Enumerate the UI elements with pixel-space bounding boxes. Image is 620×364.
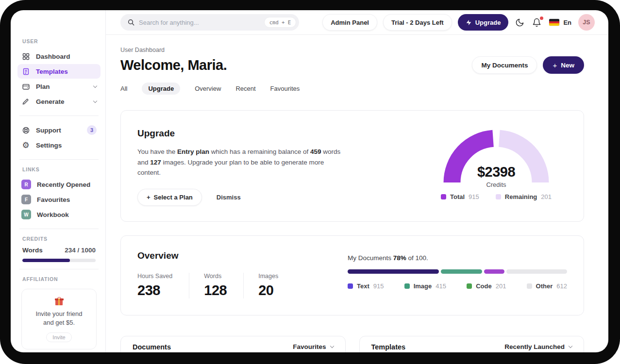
plus-icon: + bbox=[147, 194, 151, 201]
select-plan-label: Select a Plan bbox=[154, 194, 193, 201]
upgrade-card: Upgrade You have the Entry plan which ha… bbox=[120, 110, 584, 222]
bar-legend: Text 915 Image 415 Code 201 bbox=[348, 282, 567, 290]
settings-gear-icon: ⚙ bbox=[21, 141, 30, 149]
legend-swatch bbox=[441, 194, 446, 199]
dashboard-grid-icon bbox=[21, 52, 30, 61]
affiliation-text: Invite your friend and get $5. bbox=[27, 310, 91, 327]
templates-doc-icon bbox=[21, 67, 30, 76]
search-shortcut-badge: cmd + E bbox=[264, 17, 296, 28]
legend-item-remaining: Remaining 201 bbox=[496, 193, 552, 200]
new-button[interactable]: + New bbox=[543, 56, 584, 74]
gauge-legend: Total 915 Remaining 201 bbox=[441, 193, 552, 200]
dark-mode-toggle[interactable] bbox=[514, 17, 525, 28]
moon-icon bbox=[515, 18, 524, 27]
bar-segment-other bbox=[506, 269, 567, 274]
sidebar-item-label: Favourites bbox=[37, 196, 70, 203]
upgrade-button[interactable]: Upgrade bbox=[458, 14, 509, 31]
tab-overview[interactable]: Overview bbox=[195, 83, 221, 95]
bar-segment-text bbox=[348, 269, 439, 274]
tab-recent[interactable]: Recent bbox=[235, 83, 255, 95]
sidebar-item-templates[interactable]: Templates bbox=[17, 64, 101, 79]
legend-item-total: Total 915 bbox=[441, 193, 479, 200]
user-avatar[interactable]: JS bbox=[578, 14, 595, 31]
legend-item-code: Code 201 bbox=[467, 282, 506, 290]
documents-card-title: Documents bbox=[133, 343, 171, 351]
app-window: USER Dashboard Templates bbox=[11, 10, 608, 352]
credits-progress-bar bbox=[22, 259, 96, 262]
tab-all[interactable]: All bbox=[120, 83, 127, 95]
topbar: cmd + E Admin Panel Trial - 2 Days Left … bbox=[106, 10, 608, 35]
chevron-down-icon bbox=[569, 344, 572, 348]
sidebar-item-generate[interactable]: Generate bbox=[17, 94, 101, 109]
legend-swatch bbox=[348, 283, 353, 289]
upgrade-card-title: Upgrade bbox=[137, 128, 343, 139]
tab-upgrade[interactable]: Upgrade bbox=[142, 83, 180, 95]
sidebar-link-workbook[interactable]: W Workbook bbox=[17, 207, 101, 222]
sidebar-divider bbox=[19, 159, 99, 160]
sidebar-item-label: Workbook bbox=[37, 211, 69, 218]
credits-words-value: 234 / 1000 bbox=[65, 247, 96, 254]
sidebar-item-plan[interactable]: Plan bbox=[17, 79, 101, 94]
sidebar-item-support[interactable]: Support 3 bbox=[17, 123, 101, 137]
stat-hours-saved: Hours Saved 238 bbox=[137, 273, 189, 298]
device-frame: USER Dashboard Templates bbox=[0, 0, 620, 364]
overview-card-title: Overview bbox=[137, 250, 295, 261]
legend-swatch bbox=[467, 283, 472, 289]
sidebar-item-label: Dashboard bbox=[36, 53, 70, 60]
chevron-down-icon bbox=[330, 344, 334, 348]
upgrade-button-label: Upgrade bbox=[475, 19, 501, 26]
sidebar-item-settings[interactable]: ⚙ Settings bbox=[17, 138, 101, 152]
sidebar-item-dashboard[interactable]: Dashboard bbox=[17, 49, 101, 64]
admin-panel-button[interactable]: Admin Panel bbox=[322, 14, 377, 31]
sidebar-item-label: Generate bbox=[36, 98, 65, 105]
trial-status-button[interactable]: Trial - 2 Days Left bbox=[383, 14, 452, 31]
templates-card: Templates Recently Launched Blog Post Ti… bbox=[359, 336, 585, 352]
notifications-button[interactable] bbox=[531, 17, 542, 28]
templates-card-title: Templates bbox=[371, 343, 406, 351]
credits-words-label: Words bbox=[22, 247, 43, 254]
link-letter-badge: F bbox=[21, 195, 31, 204]
sidebar-link-recently-opened[interactable]: R Recently Opened bbox=[17, 177, 101, 192]
dismiss-button[interactable]: Dismiss bbox=[217, 194, 241, 201]
sidebar-item-label: Settings bbox=[36, 142, 62, 149]
documents-filter-dropdown[interactable]: Favourites bbox=[293, 343, 333, 350]
search-bar[interactable]: cmd + E bbox=[120, 14, 299, 31]
bolt-icon bbox=[466, 19, 472, 26]
search-input[interactable] bbox=[139, 19, 260, 26]
affiliation-card: Invite your friend and get $5. Invite bbox=[21, 289, 97, 349]
notification-dot bbox=[540, 17, 543, 20]
language-selector[interactable]: En bbox=[548, 18, 572, 27]
generate-pencil-icon bbox=[21, 97, 30, 106]
legend-swatch bbox=[404, 283, 410, 289]
language-label: En bbox=[563, 19, 571, 26]
sidebar-item-label: Recently Opened bbox=[37, 181, 90, 188]
sidebar-divider bbox=[19, 229, 99, 229]
overview-stats: Hours Saved 238 Words 128 Images 20 bbox=[137, 273, 295, 298]
sidebar-item-label: Templates bbox=[36, 68, 68, 75]
my-documents-button[interactable]: My Documents bbox=[472, 56, 537, 74]
upgrade-card-body: You have the Entry plan which has a rema… bbox=[137, 147, 343, 178]
filter-tabs: All Upgrade Overview Recent Favourites bbox=[120, 83, 584, 95]
link-letter-badge: W bbox=[21, 210, 31, 219]
stat-words: Words 128 bbox=[189, 273, 243, 298]
legend-item-other: Other 612 bbox=[527, 282, 567, 290]
gift-icon bbox=[55, 297, 64, 306]
select-plan-button[interactable]: + Select a Plan bbox=[137, 189, 202, 206]
templates-filter-dropdown[interactable]: Recently Launched bbox=[504, 343, 572, 350]
invite-button[interactable]: Invite bbox=[46, 332, 71, 342]
gauge-caption: Credits bbox=[443, 181, 550, 188]
content-scroll-area: User Dashboard Welcome, Maria. My Docume… bbox=[106, 35, 608, 352]
legend-swatch bbox=[496, 194, 501, 199]
documents-card: Documents Favourites Untitled Document i… bbox=[120, 336, 346, 352]
tab-favourites[interactable]: Favourites bbox=[270, 83, 300, 95]
sidebar-item-label: Plan bbox=[36, 83, 50, 90]
sidebar-section-affiliation: AFFILIATION bbox=[22, 276, 97, 282]
link-letter-badge: R bbox=[21, 180, 31, 189]
plan-wallet-icon bbox=[21, 82, 30, 91]
sidebar-link-favourites[interactable]: F Favourites bbox=[17, 192, 101, 207]
overview-card: Overview Hours Saved 238 Words 128 Image… bbox=[120, 235, 584, 315]
chevron-down-icon bbox=[93, 83, 97, 87]
sidebar: USER Dashboard Templates bbox=[11, 10, 106, 352]
legend-item-image: Image 415 bbox=[404, 282, 446, 290]
documents-progress: My Documents 78% of 100. Text 915 bbox=[348, 254, 567, 298]
